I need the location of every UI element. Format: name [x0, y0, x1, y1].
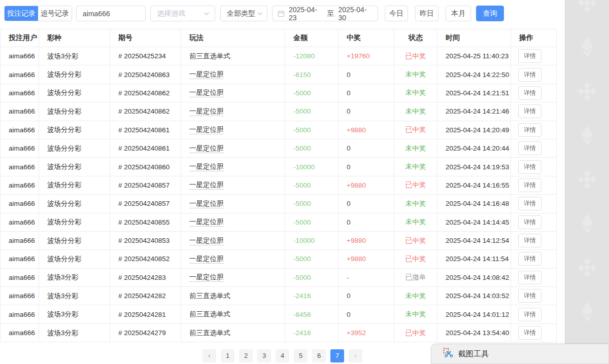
cell-lottery: 波场3分彩	[39, 287, 110, 305]
cell-lottery: 波场分分彩	[39, 213, 110, 231]
detail-button[interactable]: 详情	[518, 215, 542, 229]
detail-button[interactable]: 详情	[518, 86, 542, 100]
play-label: 一星定位胆	[189, 200, 224, 208]
this-month-button[interactable]: 本月	[446, 6, 471, 21]
table-row: aima666 波场分分彩 # 202504240861 一星定位胆 -5000…	[1, 121, 557, 139]
table-row: aima666 波场分分彩 # 202504240862 一星定位胆 -5000…	[1, 84, 557, 102]
cell-time: 2025-04-24 14:08:42	[437, 268, 511, 286]
table-row: aima666 波场分分彩 # 202504240855 一星定位胆 -5000…	[1, 213, 557, 231]
cell-time: 2025-04-24 14:01:12	[437, 305, 511, 323]
username-input[interactable]	[76, 6, 146, 21]
cell-status: 已撤单	[394, 268, 437, 286]
app-root: 投注记录 追号记录 选择游戏 全部类型 2025-04-23 至 2025-04…	[0, 0, 609, 364]
cell-period: # 202504240852	[110, 250, 181, 268]
column-header: 玩法	[181, 29, 285, 47]
cell-play: 一星定位胆	[181, 176, 285, 194]
tab-bet-records[interactable]: 投注记录	[5, 6, 38, 21]
detail-button[interactable]: 详情	[518, 289, 542, 303]
cell-win: -	[339, 268, 394, 286]
cell-lottery: 波场分分彩	[39, 195, 110, 213]
cell-status: 未中奖	[394, 305, 437, 323]
detail-button[interactable]: 详情	[518, 178, 542, 192]
play-label: 前三直选单式	[189, 310, 230, 318]
cell-lottery: 波场3分彩	[39, 305, 110, 323]
binance-icon	[578, 80, 597, 102]
prev-page-button[interactable]: ‹	[202, 349, 216, 362]
cell-status: 已中奖	[394, 121, 437, 139]
page-button-7[interactable]: 7	[330, 349, 344, 362]
table-row: aima666 波场分分彩 # 202504240852 一星定位胆 -5000…	[1, 250, 557, 268]
cell-win: 0	[339, 158, 394, 176]
cell-lottery: 波场分分彩	[39, 139, 110, 157]
column-header: 操作	[511, 29, 557, 47]
page-button-2[interactable]: 2	[239, 349, 253, 362]
detail-button[interactable]: 详情	[518, 308, 542, 321]
snipping-tool-panel[interactable]: 截图工具	[431, 344, 609, 364]
calendar-icon	[278, 10, 285, 17]
cell-status: 已中奖	[394, 250, 437, 268]
cell-win: +9880	[339, 176, 394, 194]
detail-button[interactable]: 详情	[518, 197, 542, 210]
table-row: aima666 波场分分彩 # 202504240853 一星定位胆 -1000…	[1, 231, 557, 249]
page-button-5[interactable]: 5	[294, 349, 308, 362]
page-button-1[interactable]: 1	[221, 349, 234, 362]
table-row: aima666 波场3分彩 # 20250424283 一星定位胆 -5000 …	[1, 268, 557, 286]
page-button-4[interactable]: 4	[276, 349, 289, 362]
cell-status: 已中奖	[394, 231, 437, 249]
detail-button[interactable]: 详情	[518, 326, 542, 340]
detail-button[interactable]: 详情	[518, 271, 542, 284]
cell-status: 未中奖	[394, 287, 437, 305]
detail-button[interactable]: 详情	[518, 68, 542, 82]
detail-button[interactable]: 详情	[518, 234, 542, 247]
type-select[interactable]: 全部类型	[220, 6, 267, 21]
today-button[interactable]: 今日	[385, 6, 408, 21]
date-start: 2025-04-23	[289, 6, 323, 22]
yesterday-button[interactable]: 昨日	[415, 6, 438, 21]
detail-button[interactable]: 详情	[518, 123, 542, 137]
cell-play: 前三直选单式	[181, 47, 285, 65]
cell-period: # 202504240857	[110, 195, 181, 213]
detail-button[interactable]: 详情	[518, 49, 542, 63]
date-range-picker[interactable]: 2025-04-23 至 2025-04-30	[272, 6, 378, 21]
column-header: 时间	[437, 29, 511, 47]
cell-status: 未中奖	[394, 84, 437, 102]
cell-win: 0	[339, 102, 394, 121]
detail-button[interactable]: 详情	[518, 160, 542, 174]
cell-play: 一星定位胆	[181, 250, 285, 268]
detail-button[interactable]: 详情	[518, 104, 542, 118]
cell-lottery: 波场3分彩	[39, 47, 110, 65]
next-page-button[interactable]: ›	[349, 349, 362, 362]
query-button[interactable]: 查询	[476, 6, 504, 21]
cell-win: +9880	[339, 231, 394, 249]
cell-win: 0	[339, 195, 394, 213]
cell-action: 详情	[511, 213, 557, 231]
cell-user: aima666	[1, 323, 39, 342]
cell-play: 一星定位胆	[181, 158, 285, 176]
detail-button[interactable]: 详情	[518, 141, 542, 155]
game-select[interactable]: 选择游戏	[150, 6, 215, 21]
eth-icon	[578, 301, 597, 323]
cell-amount: -5000	[285, 195, 339, 213]
tab-chase-records[interactable]: 追号记录	[38, 6, 72, 21]
play-label: 前三直选单式	[189, 52, 230, 60]
cell-period: # 202504240857	[110, 176, 181, 194]
cell-action: 详情	[511, 195, 557, 213]
eth-icon	[578, 36, 597, 58]
cell-play: 一星定位胆	[181, 213, 285, 231]
cell-win: +9880	[339, 250, 394, 268]
cell-action: 详情	[511, 121, 557, 139]
cell-action: 详情	[511, 84, 557, 102]
cell-period: # 202504240860	[110, 158, 181, 176]
detail-button[interactable]: 详情	[518, 252, 542, 266]
cell-amount: -10000	[285, 231, 339, 249]
cell-status: 未中奖	[394, 213, 437, 231]
play-label: 一星定位胆	[189, 163, 224, 171]
cell-lottery: 波场分分彩	[39, 158, 110, 176]
records-table-wrap: 投注用户彩种期号玩法金额中奖状态时间操作 aima666 波场3分彩 # 202…	[0, 29, 556, 342]
page-button-6[interactable]: 6	[312, 349, 326, 362]
eth-icon	[578, 124, 597, 147]
page-button-3[interactable]: 3	[257, 349, 271, 362]
cell-status: 未中奖	[394, 195, 437, 213]
binance-icon	[578, 168, 597, 191]
cell-user: aima666	[1, 158, 39, 176]
